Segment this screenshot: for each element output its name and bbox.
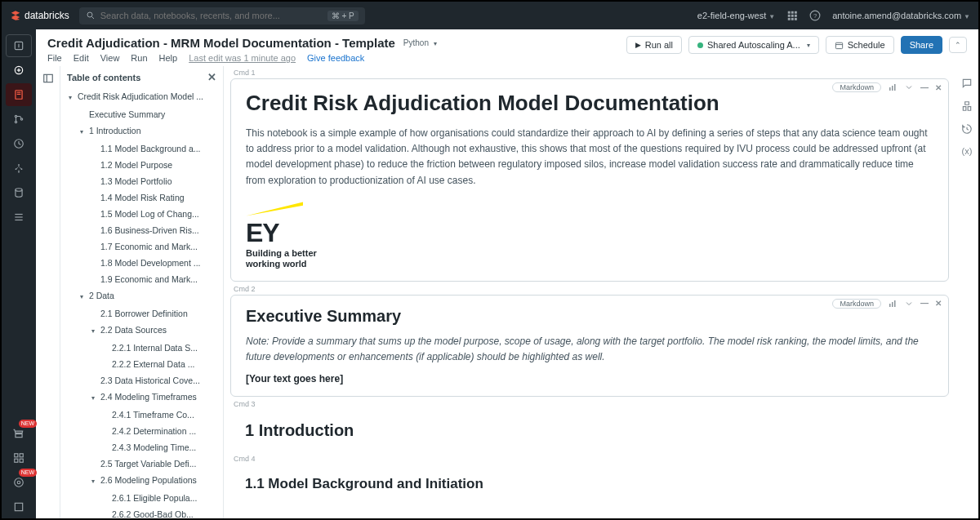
svg-rect-47 [894,84,896,91]
nav-compute[interactable] [6,181,32,204]
cell-label: Cmd 1 [234,69,949,77]
toc-close-icon[interactable]: ✕ [207,71,216,83]
nav-new[interactable] [6,34,32,57]
variables-icon[interactable]: (x) [962,146,973,156]
svg-rect-40 [15,503,22,510]
nav-data[interactable] [6,157,32,180]
nav-marketplace[interactable]: NEW [6,422,32,445]
notebook-canvas[interactable]: Cmd 1 Markdown — ✕ Credit Risk Adjudicat… [224,66,956,518]
nav-notebooks[interactable] [6,83,32,106]
toc-item[interactable]: ▾ 2 Data [60,287,223,305]
mlflow-icon[interactable] [961,100,973,112]
toc-item[interactable]: 2.4.3 Modeling Time... [60,439,223,456]
global-search[interactable]: ⌘ + P [79,7,365,24]
cell-toolbar: Markdown — ✕ [832,299,942,309]
last-edit-status[interactable]: Last edit was 1 minute ago [189,53,296,63]
workspace-switcher[interactable]: e2-field-eng-west▼ [697,11,775,20]
minimize-icon[interactable]: — [920,299,929,308]
new-badge: NEW [19,469,37,477]
nav-recents[interactable] [6,132,32,155]
history-icon[interactable] [961,123,973,135]
toc-item[interactable]: 2.4.1 Timeframe Co... [60,407,223,423]
toc-item[interactable]: 1.6 Business-Driven Ris... [60,222,223,238]
header-more-button[interactable]: ⌃ [949,37,967,53]
toc-item[interactable]: 2.1 Borrower Definition [60,305,223,322]
menu-edit[interactable]: Edit [74,53,89,63]
nav-workspace[interactable] [6,59,32,82]
markdown-cell[interactable]: Markdown — ✕ Credit Risk Adjudication Mo… [230,78,949,282]
toc-item[interactable]: ▾ 2.2 Data Sources [60,322,223,340]
svg-rect-4 [795,11,797,14]
menu-file[interactable]: File [47,53,62,63]
nav-partner[interactable] [6,447,32,469]
toc-toggle-icon[interactable] [41,71,56,86]
toc-item[interactable]: 2.6.1 Eligible Popula... [60,490,223,506]
toc-item[interactable]: 1.5 Model Log of Chang... [60,206,223,222]
top-bar: databricks ⌘ + P e2-field-eng-west▼ ? an… [2,2,978,29]
ey-wordmark: EY [246,221,933,245]
close-icon[interactable]: ✕ [935,299,942,308]
svg-rect-34 [15,454,18,457]
doc-h2: 1 Introduction [245,421,934,440]
toc-item[interactable]: ▾ 2.6 Modeling Populations [60,472,223,490]
svg-rect-10 [795,18,797,20]
svg-rect-37 [20,459,23,462]
notebook-title[interactable]: Credit Adjudication - MRM Model Document… [47,36,395,50]
toc-item[interactable]: 1.7 Economic and Mark... [60,238,223,255]
toc-item[interactable]: 2.6.2 Good-Bad Ob... [60,506,223,518]
svg-marker-48 [246,202,303,216]
nav-workflows[interactable] [6,206,32,229]
left-nav: NEW NEW [2,29,36,518]
minimize-icon[interactable]: — [920,83,929,92]
menu-help[interactable]: Help [159,53,178,63]
language-selector[interactable]: Python ▾ [403,38,437,47]
schedule-button[interactable]: Schedule [826,36,894,54]
cluster-selector[interactable]: Shared Autoscaling A...▾ [688,36,819,54]
toc-item[interactable]: 2.4.2 Determination ... [60,423,223,439]
feedback-link[interactable]: Give feedback [307,53,364,63]
toc-item[interactable]: 1.4 Model Risk Rating [60,189,223,206]
toc-item[interactable]: ▾ 1 Introduction [60,122,223,140]
chart-icon[interactable] [888,82,898,92]
cell-label: Cmd 3 [234,400,949,408]
toc-item[interactable]: ▾ 2.4 Modeling Timeframes [60,389,223,407]
help-icon[interactable]: ? [809,10,821,21]
brand-logo[interactable]: databricks [10,10,69,21]
toc-item[interactable]: 2.5 Target Variable Defi... [60,456,223,472]
cell-type-pill[interactable]: Markdown [832,82,881,92]
markdown-cell[interactable]: 1 Introduction [230,410,949,451]
toc-item[interactable]: 1.9 Economic and Mark... [60,271,223,287]
databricks-icon [10,10,21,21]
toc-item[interactable]: Executive Summary [60,106,223,122]
toc-item[interactable]: 1.8 Model Development ... [60,255,223,271]
cell-type-pill[interactable]: Markdown [832,299,881,309]
right-rail: (x) [956,66,978,518]
toc-item[interactable]: 1.3 Model Portfolio [60,173,223,189]
close-icon[interactable]: ✕ [935,83,942,92]
chart-icon[interactable] [888,299,898,309]
share-button[interactable]: Share [901,36,942,54]
toc-item[interactable]: 2.2.2 External Data ... [60,356,223,372]
nav-sql[interactable] [6,496,32,518]
markdown-cell[interactable]: Markdown — ✕ Executive Summary Note: Pro… [230,295,949,397]
svg-rect-45 [889,87,891,91]
nav-repos[interactable] [6,108,32,131]
chevron-down-icon[interactable] [904,299,914,309]
toc-item[interactable]: 1.2 Model Purpose [60,157,223,173]
chevron-down-icon[interactable] [904,82,914,92]
toc-item[interactable]: ▾ Credit Risk Adjudication Model ... [60,88,223,106]
toc-item[interactable]: 2.2.1 Internal Data S... [60,340,223,356]
comments-icon[interactable] [961,78,973,89]
search-input[interactable] [100,11,323,20]
menu-run[interactable]: Run [131,53,147,63]
apps-icon[interactable] [786,10,798,21]
user-menu[interactable]: antoine.amend@databricks.com▼ [832,11,970,20]
run-all-button[interactable]: ▶Run all [626,36,682,54]
toc-item[interactable]: 2.3 Data Historical Cove... [60,372,223,389]
menu-view[interactable]: View [100,53,120,63]
placeholder-text: [Your text goes here] [246,373,933,384]
nav-ml[interactable]: NEW [6,471,32,494]
svg-rect-51 [894,300,896,307]
toc-item[interactable]: 1.1 Model Background a... [60,140,223,157]
markdown-cell[interactable]: 1.1 Model Background and Initiation [230,464,949,512]
